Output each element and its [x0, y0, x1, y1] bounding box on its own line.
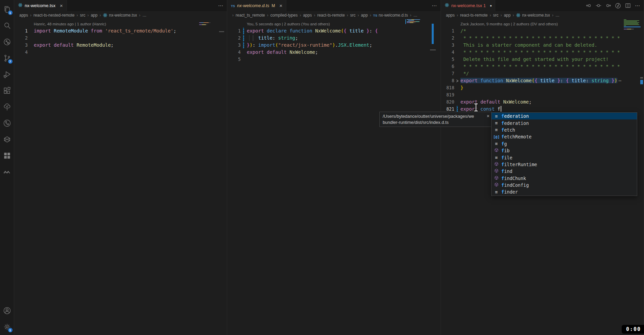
- breadcrumb-item[interactable]: TSnx-welcome.d.ts: [373, 13, 408, 18]
- activity-bar-item-grid-extension[interactable]: [0, 148, 14, 164]
- line-number: 1: [14, 27, 28, 35]
- code-line[interactable]: 3export default RemoteModule;: [14, 42, 227, 49]
- suggestion-item-fetchRemote[interactable]: [@]fetchRemote: [492, 133, 637, 140]
- activity-bar-item-waveform-extension[interactable]: [0, 164, 14, 180]
- code-line[interactable]: 818}: [441, 84, 644, 91]
- editor-actions: ⋯: [217, 0, 227, 11]
- next-change-icon[interactable]: [605, 2, 612, 9]
- git-codelens-blame[interactable]: Hanric, 48 minutes ago | 1 author (Hanri…: [34, 21, 227, 27]
- activity-bar-item-references[interactable]: [0, 34, 14, 50]
- folded-ellipsis[interactable]: ⋯: [619, 78, 621, 83]
- editor-actions: ⋯: [585, 0, 644, 11]
- activity-bar-item-explorer[interactable]: 1: [0, 1, 14, 18]
- close-icon[interactable]: ×: [279, 3, 283, 8]
- activity-bar-item-nx-console[interactable]: [0, 131, 14, 148]
- breadcrumb-item[interactable]: src: [350, 13, 356, 18]
- code-line[interactable]: 5: [227, 56, 440, 63]
- breadcrumb-separator: ›: [267, 13, 268, 18]
- suggestion-item-federation[interactable]: ≡federation: [492, 119, 637, 126]
- breadcrumb-item[interactable]: …: [142, 13, 146, 18]
- code-line[interactable]: 6 * * * * * * * * * * * * * * * * * * * …: [441, 63, 644, 70]
- breadcrumb-item[interactable]: apps: [446, 13, 455, 18]
- code-line[interactable]: 8>export function NxWelcome({ title }: {…: [441, 77, 644, 84]
- code-line[interactable]: 1/*: [441, 27, 644, 35]
- suggestion-item-file[interactable]: ≡file: [492, 154, 637, 161]
- breadcrumb-item[interactable]: react_ts_remote: [236, 13, 265, 18]
- suggestion-item-fg[interactable]: ≡fg: [492, 140, 637, 147]
- grid-extension-icon: [3, 151, 11, 160]
- suggest-details-path-line1: /Users/bytedance/outter/universe/package…: [383, 113, 484, 119]
- activity-bar-item-settings[interactable]: 1: [0, 319, 14, 335]
- close-icon[interactable]: ×: [59, 3, 64, 8]
- git-codelens-blame[interactable]: You, 5 seconds ago | 2 authors (You and …: [247, 21, 440, 27]
- code-line[interactable]: 1export declare function NxWelcome({ tit…: [227, 27, 440, 35]
- more-actions-icon[interactable]: ⋯: [634, 2, 641, 9]
- breadcrumb-item[interactable]: …: [413, 13, 418, 18]
- code-line[interactable]: 820export default NxWelcome;: [441, 98, 644, 106]
- code-line[interactable]: 3 This is a starter component and can be…: [441, 42, 644, 49]
- prev-change-icon[interactable]: [585, 2, 592, 9]
- gutter: [454, 42, 460, 49]
- code-line[interactable]: 1import RemoteModule from 'react_ts_remo…: [14, 27, 227, 35]
- breadcrumb-item[interactable]: compiled-types: [270, 13, 298, 18]
- breadcrumb-item[interactable]: nx-welcome.tsx: [103, 13, 137, 18]
- breadcrumb-item[interactable]: app: [504, 13, 510, 18]
- open-change-icon[interactable]: [595, 2, 602, 9]
- activity-bar-item-source-control[interactable]: 7: [0, 50, 14, 66]
- breadcrumb: apps›react-ts-remote›src›app›nx-welcome.…: [441, 11, 644, 19]
- activity-bar-item-run-and-debug[interactable]: [0, 66, 14, 83]
- code-editor[interactable]: You, 5 seconds ago | 2 authors (You and …: [227, 19, 440, 335]
- suggestion-item-findConfig[interactable]: findConfig: [492, 182, 637, 188]
- suggestion-item-filterRuntime[interactable]: filterRuntime: [492, 161, 637, 168]
- suggestion-item-finder[interactable]: ≡finder: [492, 188, 637, 195]
- code-line[interactable]: 4: [14, 49, 227, 56]
- activity-bar-item-search[interactable]: [0, 18, 14, 34]
- breadcrumb-item[interactable]: apps: [303, 13, 312, 18]
- activity-bar-item-todo-tree[interactable]: [0, 99, 14, 115]
- more-actions-icon[interactable]: ⋯: [431, 2, 438, 9]
- suggest-details-popup: × /Users/bytedance/outter/universe/packa…: [379, 112, 492, 127]
- suggestion-item-fetch[interactable]: ≡fetch: [492, 127, 637, 133]
- code-line[interactable]: 2 * * * * * * * * * * * * * * * * * * * …: [441, 35, 644, 42]
- breadcrumb-item[interactable]: react-ts-nested-remote: [33, 13, 74, 18]
- suggestion-item-federation[interactable]: ≡federation: [492, 113, 637, 119]
- code-text: This is a starter component and can be d…: [460, 42, 597, 49]
- breadcrumb-item[interactable]: react-ts-remote: [460, 13, 487, 18]
- code-line[interactable]: 3}): import("react/jsx-runtime").JSX.Ele…: [227, 42, 440, 49]
- code-line[interactable]: 4 * * * * * * * * * * * * * * * * * * * …: [441, 49, 644, 56]
- line-number: 3: [227, 42, 241, 49]
- code-line[interactable]: 2: [14, 35, 227, 42]
- fold-chevron-icon[interactable]: >: [456, 78, 458, 83]
- code-line[interactable]: 5 Delete this file and get started with …: [441, 56, 644, 63]
- breadcrumb-item[interactable]: nx-welcome.tsx: [516, 13, 550, 18]
- breadcrumb-item[interactable]: src: [493, 13, 498, 18]
- close-icon[interactable]: ×: [487, 113, 490, 119]
- breadcrumb-item[interactable]: app: [91, 13, 97, 18]
- line-number: 820: [441, 98, 454, 106]
- breadcrumb-item[interactable]: app: [361, 13, 368, 18]
- breadcrumb-item[interactable]: src: [80, 13, 85, 18]
- more-actions-icon[interactable]: ⋯: [217, 2, 224, 9]
- suggestion-item-fib[interactable]: fib: [492, 147, 637, 154]
- suggestion-item-find[interactable]: find: [492, 168, 637, 175]
- timeline-icon[interactable]: [615, 2, 621, 9]
- suggestion-item-findChunk[interactable]: findChunk: [492, 175, 637, 182]
- tab-nx-welcome.tsx-1[interactable]: nx-welcome.tsx 1●: [441, 0, 495, 11]
- split-icon[interactable]: [624, 2, 631, 9]
- code-line[interactable]: 7 */: [441, 70, 644, 77]
- activity-bar-item-git-graph[interactable]: [0, 115, 14, 131]
- code-line[interactable]: 2 title: string;: [227, 35, 440, 42]
- breadcrumb-separator: ›: [99, 13, 101, 18]
- tab-nx-welcome.d.ts[interactable]: TSnx-welcome.d.tsM×: [227, 0, 286, 11]
- breadcrumb-item[interactable]: apps: [19, 13, 28, 18]
- dirty-indicator-icon[interactable]: ●: [490, 4, 492, 7]
- code-line[interactable]: 4export default NxWelcome;: [227, 49, 440, 56]
- code-line[interactable]: 819: [441, 91, 644, 98]
- activity-bar-item-extensions[interactable]: [0, 83, 14, 99]
- breadcrumb-item[interactable]: …: [555, 13, 559, 18]
- git-codelens-blame[interactable]: Zack Jackson, 9 months ago | 2 authors (…: [460, 21, 644, 27]
- code-editor[interactable]: Hanric, 48 minutes ago | 1 author (Hanri…: [14, 19, 227, 335]
- tab-nx-welcome.tsx[interactable]: nx-welcome.tsx×: [14, 0, 67, 11]
- breadcrumb-item[interactable]: react-ts-remote: [317, 13, 344, 18]
- activity-bar-item-accounts[interactable]: [0, 303, 14, 319]
